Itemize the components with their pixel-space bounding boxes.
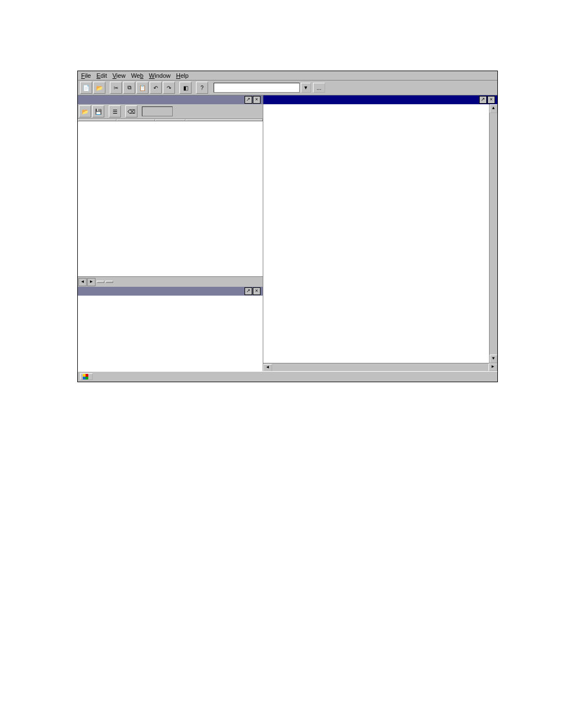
workspace-table: [78, 119, 263, 276]
history-close-icon[interactable]: ×: [253, 287, 261, 295]
command-window-body[interactable]: ▲ ▼ ◄ ►: [263, 104, 497, 371]
menu-bar: File Edit View Web Window Help: [78, 71, 497, 81]
menu-web[interactable]: Web: [131, 72, 143, 79]
history-undock-icon[interactable]: ↗: [245, 287, 252, 295]
cut-icon[interactable]: ✂: [110, 82, 122, 94]
current-directory-input[interactable]: [214, 83, 300, 93]
workspace-undock-icon[interactable]: ↗: [245, 96, 252, 104]
workspace-toolbar: 📂 💾 ☰ ⌫: [78, 104, 263, 119]
menu-help[interactable]: Help: [176, 72, 189, 79]
tab-scroll-left-icon[interactable]: ◄: [78, 278, 87, 286]
command-window-titlebar: ↗ ×: [263, 95, 497, 104]
matlab-window: File Edit View Web Window Help 📄 📂 ✂ ⧉ 📋…: [77, 71, 498, 382]
command-window-close-icon[interactable]: ×: [487, 96, 495, 104]
stack-dropdown[interactable]: [142, 106, 173, 116]
col-name[interactable]: [78, 119, 116, 121]
help-icon[interactable]: ?: [196, 82, 208, 94]
paste-icon[interactable]: 📋: [136, 82, 148, 94]
scroll-right-icon[interactable]: ►: [488, 363, 497, 371]
workspace-tabs: ◄ ►: [78, 276, 263, 287]
col-bytes[interactable]: [155, 119, 185, 121]
main-toolbar: 📄 📂 ✂ ⧉ 📋 ↶ ↷ ◧ ? ▼ ...: [78, 81, 497, 95]
scroll-up-icon[interactable]: ▲: [490, 104, 497, 113]
vertical-scrollbar[interactable]: ▲ ▼: [489, 104, 497, 363]
simulink-icon[interactable]: ◧: [179, 82, 192, 94]
tab-workspace[interactable]: [97, 281, 104, 283]
workspace-titlebar: ↗ ×: [78, 95, 263, 104]
undo-icon[interactable]: ↶: [150, 82, 162, 94]
copy-icon[interactable]: ⧉: [123, 82, 135, 94]
redo-icon[interactable]: ↷: [163, 82, 175, 94]
history-titlebar: ↗ ×: [78, 287, 263, 296]
ws-save-icon[interactable]: 💾: [92, 105, 104, 117]
tab-current-directory[interactable]: [105, 281, 113, 283]
menu-edit[interactable]: Edit: [97, 72, 107, 79]
horizontal-scrollbar[interactable]: ◄ ►: [263, 363, 497, 371]
start-button[interactable]: [80, 373, 93, 380]
history-body[interactable]: [78, 296, 263, 371]
col-size[interactable]: [116, 119, 155, 121]
workspace-close-icon[interactable]: ×: [253, 96, 261, 104]
scroll-down-icon[interactable]: ▼: [490, 355, 497, 363]
matlab-logo-icon: [83, 374, 88, 379]
new-file-icon[interactable]: 📄: [80, 82, 92, 94]
menu-file[interactable]: File: [81, 72, 91, 79]
tab-scroll-right-icon[interactable]: ►: [87, 278, 95, 286]
open-file-icon[interactable]: 📂: [93, 82, 105, 94]
col-class[interactable]: [185, 119, 263, 121]
menu-view[interactable]: View: [113, 72, 126, 79]
browse-directory-button[interactable]: ...: [313, 83, 325, 93]
ws-open-icon[interactable]: 📂: [79, 105, 91, 117]
menu-window[interactable]: Window: [149, 72, 171, 79]
ws-delete-icon[interactable]: ⌫: [125, 105, 137, 117]
ws-print-icon[interactable]: ☰: [109, 105, 121, 117]
command-window-undock-icon[interactable]: ↗: [479, 96, 487, 104]
current-directory-dropdown-icon[interactable]: ▼: [301, 83, 311, 93]
status-bar: [78, 371, 497, 382]
scroll-left-icon[interactable]: ◄: [263, 364, 272, 371]
